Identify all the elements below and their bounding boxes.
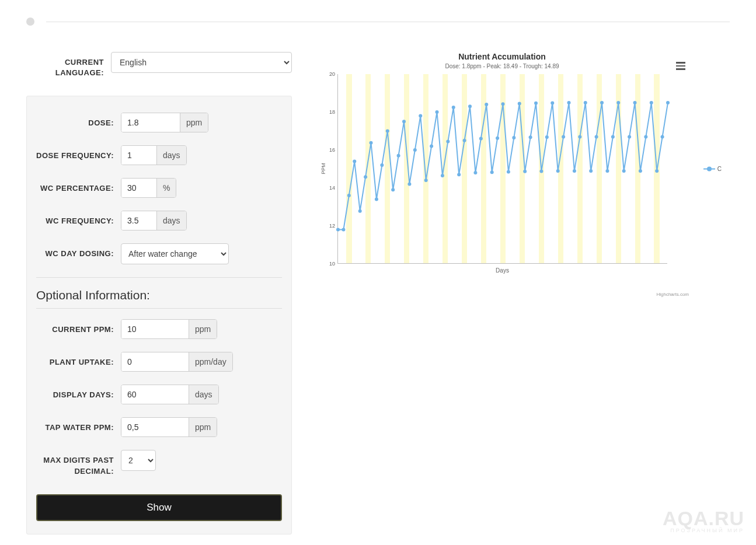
svg-point-35 [529,135,532,139]
svg-point-15 [419,114,422,118]
svg-point-39 [551,101,554,104]
svg-point-56 [644,135,647,139]
watermark-top: AQA.RU [663,508,744,528]
svg-point-29 [496,137,499,140]
wc-day-select[interactable]: After water change [121,243,229,264]
digits-select[interactable]: 2 [121,450,156,471]
wc-freq-unit: days [156,211,186,230]
tap-input[interactable] [121,418,189,436]
svg-point-21 [452,106,455,109]
svg-point-2 [347,194,351,197]
uptake-input[interactable] [121,352,189,371]
svg-point-34 [523,170,527,173]
wc-pct-input[interactable] [121,179,156,197]
svg-point-18 [436,110,439,114]
svg-point-57 [650,101,653,104]
wc-freq-input[interactable] [121,211,156,230]
disp-days-unit: days [189,385,218,404]
svg-point-42 [567,101,571,104]
language-select[interactable]: English [111,52,292,73]
svg-point-58 [655,169,659,173]
legend-label: C [717,166,722,172]
svg-point-9 [386,130,389,133]
chart-plot-area: 101214161820 [337,74,667,264]
svg-point-17 [430,145,433,148]
svg-point-6 [370,141,373,145]
wc-day-label: WC DAY DOSING: [36,243,121,259]
svg-point-25 [473,171,477,174]
chart: Nutrient Accumulation Dose: 1.8ppm - Pea… [315,52,689,285]
svg-point-14 [413,148,417,152]
svg-point-19 [441,174,444,177]
chart-subtitle: Dose: 1.8ppm - Peak: 18.49 - Trough: 14.… [315,63,689,69]
form-panel: DOSE: ppm DOSE FREQUENCY: days WC PERCEN… [26,96,292,534]
svg-point-60 [666,101,670,104]
svg-point-38 [545,135,549,139]
svg-point-3 [353,160,356,163]
optional-title: Optional Information: [36,288,282,302]
svg-point-59 [661,135,664,139]
svg-point-50 [611,135,615,139]
chart-title: Nutrient Accumulation [315,52,689,61]
language-label: CURRENT LANGUAGE: [26,52,111,78]
chart-xlabel: Days [337,267,667,274]
chart-credit: Highcharts.com [656,292,689,297]
svg-point-0 [336,228,340,232]
dose-input[interactable] [121,113,180,132]
svg-point-20 [446,139,450,143]
svg-point-54 [633,101,637,104]
svg-point-49 [605,169,609,173]
cur-ppm-input[interactable] [121,320,189,338]
svg-point-41 [562,135,565,139]
top-dot [26,18,34,26]
legend-marker-icon [703,166,715,171]
svg-point-51 [616,101,620,104]
dose-freq-label: DOSE FREQUENCY: [36,145,121,161]
dose-unit: ppm [180,113,208,132]
svg-point-55 [639,169,642,173]
svg-point-23 [463,139,466,142]
digits-label: MAX DIGITS PAST DECIMAL: [36,450,121,476]
disp-days-label: DISPLAY DAYS: [36,385,121,400]
dose-freq-input[interactable] [121,146,156,165]
svg-point-4 [358,209,362,213]
svg-point-10 [391,188,395,191]
chart-legend: C [703,166,722,172]
chart-menu-icon[interactable] [673,57,689,75]
chart-ylabel: PPM [320,163,326,174]
optional-divider [36,308,282,309]
dose-label: DOSE: [36,113,121,128]
svg-point-48 [600,101,604,104]
svg-point-24 [468,104,472,108]
wc-pct-label: WC PERCENTAGE: [36,178,121,194]
svg-point-13 [407,183,411,186]
svg-point-53 [628,135,631,139]
svg-point-47 [595,135,598,139]
svg-point-8 [380,163,384,167]
show-button[interactable]: Show [36,494,282,521]
uptake-unit: ppm/day [189,352,232,371]
cur-ppm-label: CURRENT PPM: [36,319,121,335]
svg-point-26 [479,137,483,141]
svg-point-11 [397,154,400,158]
svg-point-12 [402,120,406,123]
svg-point-43 [573,169,576,173]
watermark: AQA.RU ПРОЗРАЧНЫЙ МИР [663,508,744,533]
disp-days-input[interactable] [121,385,189,404]
svg-point-32 [512,136,515,139]
watermark-bot: ПРОЗРАЧНЫЙ МИР [663,528,744,533]
dose-freq-unit: days [156,146,186,165]
svg-point-44 [578,135,581,139]
svg-point-1 [342,228,345,232]
svg-point-22 [457,173,461,176]
panel-divider [36,277,282,278]
tap-unit: ppm [189,418,217,436]
svg-point-45 [584,101,587,104]
svg-point-7 [375,198,378,201]
tap-label: TAP WATER PPM: [36,417,121,433]
cur-ppm-unit: ppm [189,320,217,338]
top-line [46,22,730,22]
svg-point-30 [501,102,505,106]
svg-point-36 [534,102,538,105]
uptake-label: PLANT UPTAKE: [36,352,121,368]
